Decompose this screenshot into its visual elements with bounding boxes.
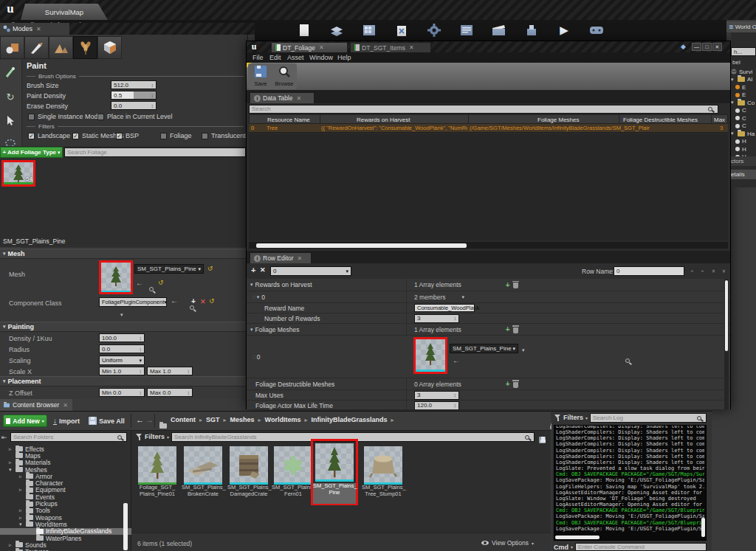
foliage-reapply-tool-icon[interactable]: ↻ <box>0 87 21 106</box>
foliage-type-tile[interactable]: 54 <box>1 160 35 187</box>
spinner-icon[interactable]: ↕ <box>188 390 190 395</box>
vscroll-thumb[interactable] <box>725 280 728 351</box>
edit-clip-icon[interactable] <box>391 21 413 40</box>
mesh-element-dropdown[interactable]: SM_SGT_Plains_Pine▾ <box>450 344 518 353</box>
move-up-icon[interactable]: ‹ <box>689 270 695 272</box>
density-field[interactable]: 100.0↕ <box>99 333 145 342</box>
property-row-reward-name[interactable]: Reward Name Consumable_WoodPlank <box>247 303 730 313</box>
outliner-item-folder-ai[interactable]: ▾AI <box>731 76 756 84</box>
column-divider[interactable] <box>468 115 469 123</box>
z-offset-max-field[interactable]: Max 0.0↕ <box>147 388 193 397</box>
property-row-lifetime[interactable]: Foliage Actor Max Life Time 120.0↕ <box>247 401 730 409</box>
column-divider[interactable] <box>711 115 712 123</box>
cinematics-icon[interactable] <box>488 21 510 40</box>
tab-dt-foliage[interactable]: DT_Foliage ✕ <box>271 42 348 52</box>
launch-icon[interactable] <box>585 21 608 40</box>
cmd-label[interactable]: Cmd <box>554 544 568 551</box>
use-selected-icon[interactable]: ← <box>171 297 178 305</box>
col-rewards[interactable]: Rewards on Harvest <box>357 117 410 123</box>
property-row-element0[interactable]: ∷▾0 2 members▾ <box>247 291 730 303</box>
outliner-item-sphere[interactable]: C <box>731 122 756 131</box>
spinner-icon[interactable]: ↕ <box>151 93 154 98</box>
mode-foliage-button[interactable] <box>73 36 97 59</box>
delete-row-button[interactable]: ✕ <box>260 266 266 274</box>
tab-modes[interactable]: Modes ✕ <box>0 23 69 35</box>
play-icon[interactable]: ▶ <box>553 21 575 40</box>
brush-size-field[interactable]: 512.0↕ <box>111 80 157 89</box>
mesh-element-thumbnail[interactable] <box>413 337 447 374</box>
property-row-rewards[interactable]: ▾Rewards on Harvest 1 Array elements+ <box>247 279 730 291</box>
spinner-icon[interactable]: ↕ <box>454 403 457 408</box>
erase-density-field[interactable]: 0.0↕ <box>111 101 157 110</box>
property-row-destructible[interactable]: Foliage Destructible Meshes 0 Array elem… <box>247 378 730 390</box>
outliner-item-world[interactable]: Survi <box>731 68 756 76</box>
num-rewards-field[interactable]: 3↕ <box>414 314 459 323</box>
reset-to-default-icon[interactable]: ↺ <box>158 279 164 286</box>
asset-tile-selected[interactable]: SM_SGT_Plains_Pine <box>311 439 358 505</box>
column-divider[interactable] <box>320 115 320 123</box>
scale-x-min-field[interactable]: Min 1.0↕ <box>99 367 145 375</box>
trash-icon[interactable] <box>513 283 518 288</box>
mesh-dropdown[interactable]: SM_SGT_Plains_Pine▾ <box>134 264 204 274</box>
outliner-item-sphere[interactable]: H <box>731 145 756 153</box>
tab-world-outliner[interactable]: ≣ World Outli <box>726 21 756 32</box>
outliner-item-sphere[interactable]: C <box>731 114 756 122</box>
outliner-item-folder-co[interactable]: ▾Co <box>731 99 756 107</box>
scale-x-max-field[interactable]: Max 1.0↕ <box>147 367 193 375</box>
tree-item-weapons[interactable]: ▹Weapons <box>0 514 131 521</box>
spinner-icon[interactable]: ↕ <box>140 369 142 374</box>
move-top-icon[interactable]: « <box>710 269 717 272</box>
asset-tile[interactable]: SM_SGT_Plains_DamagedCrate <box>227 446 270 497</box>
save-search-icon[interactable] <box>539 437 546 443</box>
outliner-item-pawn[interactable]: E <box>731 83 756 91</box>
search-foliage-input[interactable] <box>64 148 246 157</box>
reset-to-default-icon[interactable]: ↺ <box>209 297 215 305</box>
reward-name-field[interactable]: Consumable_WoodPlank <box>414 304 475 312</box>
move-down-icon[interactable]: › <box>699 270 706 272</box>
foliage-paint-tool-icon[interactable] <box>0 63 21 82</box>
property-row-num-rewards[interactable]: Number of Rewards 3↕ <box>247 313 730 324</box>
property-row-max-uses[interactable]: Max Uses 3↕ <box>247 390 730 401</box>
move-bottom-icon[interactable]: » <box>721 269 727 272</box>
expander-icon[interactable]: ▾ <box>250 282 253 288</box>
col-destructible[interactable]: Foliage Destructible Meshes <box>623 117 698 123</box>
radius-field[interactable]: 0.0↕ <box>99 344 145 353</box>
outliner-item-sphere[interactable]: H <box>731 138 756 146</box>
tab-row-editor[interactable]: i Row Editor ✕ <box>250 252 312 263</box>
add-foliage-type-button[interactable]: + Add Foliage Type ▾ <box>0 147 63 158</box>
close-icon[interactable]: ✕ <box>296 95 301 102</box>
foliage-select-tool-icon[interactable] <box>0 111 21 130</box>
expander-icon[interactable]: ▾ <box>3 324 6 330</box>
tree-item-textures[interactable]: ▹Textures <box>0 548 131 551</box>
tree-item-pickups[interactable]: Pickups <box>0 500 131 507</box>
row-select-dropdown[interactable]: 0▾ <box>270 266 351 276</box>
browse-to-asset-icon[interactable] <box>625 358 630 363</box>
close-icon[interactable]: ✕ <box>63 402 68 409</box>
mode-landscape-button[interactable] <box>49 36 73 59</box>
menu-window[interactable]: Window <box>309 54 333 61</box>
tree-item-equipment[interactable]: ▹Equipment <box>0 487 131 493</box>
trash-icon[interactable] <box>513 382 518 388</box>
add-new-button[interactable]: Add New ▾ <box>3 415 47 427</box>
source-control-icon[interactable] <box>326 21 348 40</box>
component-class-dropdown[interactable]: FoliagePluginComponent▾ <box>99 297 167 307</box>
max-uses-field[interactable]: 3↕ <box>414 391 459 400</box>
marketplace-icon[interactable] <box>358 21 380 40</box>
placement-section-header[interactable]: ▾Placement <box>0 376 248 387</box>
trash-icon[interactable] <box>513 328 518 333</box>
collapse-sources-icon[interactable]: ⇤ <box>1 434 7 441</box>
outliner-item-folder-ha[interactable]: ▾Ha <box>731 130 756 138</box>
property-row-foliage-meshes[interactable]: ▾Foliage Meshes 1 Array elements+ <box>247 324 730 336</box>
forward-button[interactable]: → <box>145 415 154 424</box>
mode-place-button[interactable] <box>0 36 24 59</box>
use-selected-icon[interactable]: ← <box>453 356 460 364</box>
drag-handle[interactable]: ∷ <box>252 294 255 299</box>
reset-to-default-icon[interactable]: ↺ <box>207 265 213 272</box>
spinner-icon[interactable]: ↕ <box>454 392 457 398</box>
add-element-icon[interactable]: + <box>506 281 510 289</box>
tree-item-worlditems[interactable]: ▾WorldItems <box>0 521 131 527</box>
column-divider[interactable] <box>619 115 619 123</box>
expander-icon[interactable]: ▾ <box>250 327 253 333</box>
close-icon[interactable]: ✕ <box>36 26 41 32</box>
window-minimize-button[interactable]: — <box>692 43 701 51</box>
